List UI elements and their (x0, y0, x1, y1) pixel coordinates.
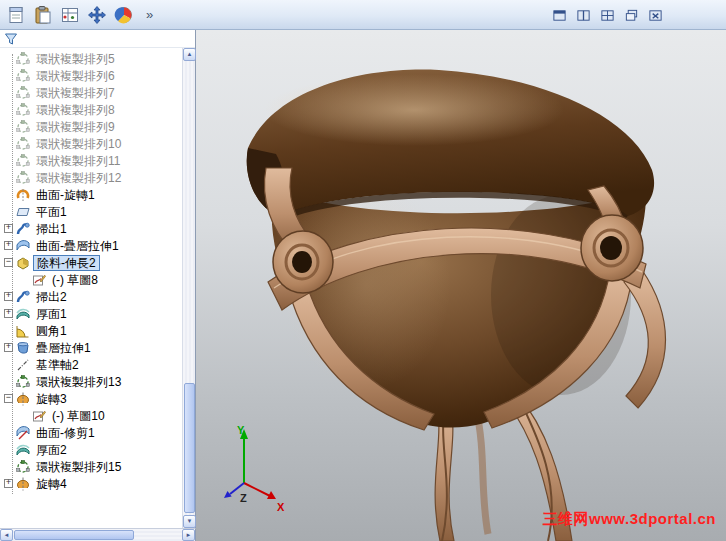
tree-item[interactable]: 環狀複製排列5 (0, 50, 182, 67)
tree-item[interactable]: 環狀複製排列10 (0, 135, 182, 152)
revolve-icon (16, 477, 30, 491)
toolbar-right-group (550, 0, 664, 30)
tree-item-label[interactable]: 曲面-修剪1 (33, 426, 98, 440)
tree-item-label[interactable]: (-) 草圖10 (49, 409, 108, 423)
tree-vertical-scrollbar[interactable]: ▲ ▼ (182, 48, 195, 528)
axis-z-label: Z (240, 492, 247, 504)
expander-icon[interactable]: − (4, 394, 13, 403)
tree-item-label[interactable]: 環狀複製排列7 (33, 86, 118, 100)
tree-item-label[interactable]: 疊層拉伸1 (33, 341, 94, 355)
tree-item-label[interactable]: 環狀複製排列13 (33, 375, 124, 389)
toolbar-left-group (0, 3, 136, 27)
tree-horizontal-scrollbar[interactable]: ◄ ► (0, 528, 196, 541)
tree-item[interactable]: + 旋轉4 (0, 475, 182, 492)
tree-item[interactable]: + 掃出2 (0, 288, 182, 305)
axis-x-label: X (277, 501, 285, 513)
tree-item-label[interactable]: 厚面2 (33, 443, 70, 457)
tree-item[interactable]: 厚面2 (0, 441, 182, 458)
expander-icon[interactable]: + (4, 292, 13, 301)
scroll-right-button[interactable]: ► (182, 529, 195, 541)
tree-item[interactable]: 圓角1 (0, 322, 182, 339)
thicken-icon (16, 443, 30, 457)
circular-pattern-icon (16, 154, 30, 168)
circular-pattern-icon (16, 69, 30, 83)
tree-item[interactable]: − 旋轉3 (0, 390, 182, 407)
circular-pattern-icon (16, 375, 30, 389)
scroll-left-button[interactable]: ◄ (0, 529, 13, 541)
toolbar-overflow-chevron[interactable]: » (142, 7, 157, 22)
vertical-scroll-thumb[interactable] (184, 383, 195, 513)
tree-item-label[interactable]: 旋轉3 (33, 392, 70, 406)
design-table-icon[interactable] (58, 3, 82, 27)
tree-item-label[interactable]: 環狀複製排列5 (33, 52, 118, 66)
split-view-icon[interactable] (574, 6, 592, 24)
tree-item-label[interactable]: 厚面1 (33, 307, 70, 321)
tree-item[interactable]: 環狀複製排列9 (0, 118, 182, 135)
tree-item-label[interactable]: 掃出2 (33, 290, 70, 304)
tree-item-label[interactable]: 曲面-疊層拉伸1 (33, 239, 122, 253)
filter-icon[interactable] (4, 32, 18, 46)
tree-item[interactable]: 基準軸2 (0, 356, 182, 373)
grid-view-icon[interactable] (598, 6, 616, 24)
tree-item[interactable]: 環狀複製排列15 (0, 458, 182, 475)
scroll-down-button[interactable]: ▼ (183, 515, 196, 528)
tree-item[interactable]: + 掃出1 (0, 220, 182, 237)
tree-item[interactable]: + 曲面-疊層拉伸1 (0, 237, 182, 254)
tree-item-label[interactable]: 環狀複製排列10 (33, 137, 124, 151)
graphics-viewport[interactable]: Y X Z 三维网www.3dportal.cn (196, 30, 726, 541)
circular-pattern-icon (16, 120, 30, 134)
tree-item[interactable]: + 疊層拉伸1 (0, 339, 182, 356)
tree-item[interactable]: (-) 草圖8 (0, 271, 182, 288)
tree-item[interactable]: 環狀複製排列11 (0, 152, 182, 169)
expander-icon[interactable]: − (4, 258, 13, 267)
tree-item-label[interactable]: 環狀複製排列9 (33, 120, 118, 134)
tree-item[interactable]: + 厚面1 (0, 305, 182, 322)
tree-item[interactable]: − 除料-伸長2 (0, 254, 182, 271)
color-wheel-icon[interactable] (112, 3, 136, 27)
expander-icon[interactable]: + (4, 241, 13, 250)
tree-item[interactable]: (-) 草圖10 (0, 407, 182, 424)
fillet-icon (16, 324, 30, 338)
expander-icon[interactable]: + (4, 343, 13, 352)
tree-item-label[interactable]: 環狀複製排列12 (33, 171, 124, 185)
tree-item[interactable]: 環狀複製排列7 (0, 84, 182, 101)
tree-item-label[interactable]: 環狀複製排列6 (33, 69, 118, 83)
expander-icon[interactable]: + (4, 309, 13, 318)
scroll-up-button[interactable]: ▲ (183, 48, 196, 61)
paste-icon[interactable] (31, 3, 55, 27)
horizontal-scroll-thumb[interactable] (14, 530, 134, 540)
surface-revolve-icon (16, 188, 30, 202)
tree-item[interactable]: 曲面-旋轉1 (0, 186, 182, 203)
tree-item-label[interactable]: 旋轉4 (33, 477, 70, 491)
tree-item[interactable]: 環狀複製排列8 (0, 101, 182, 118)
tree-item-label[interactable]: 平面1 (33, 205, 70, 219)
tree-item[interactable]: 環狀複製排列6 (0, 67, 182, 84)
tree-item-label[interactable]: (-) 草圖8 (49, 273, 101, 287)
tree-item-label[interactable]: 環狀複製排列11 (33, 154, 123, 168)
close-window-icon[interactable] (646, 6, 664, 24)
tree-item[interactable]: 曲面-修剪1 (0, 424, 182, 441)
expander-icon[interactable]: + (4, 479, 13, 488)
document-icon[interactable] (4, 3, 28, 27)
expander-icon[interactable]: + (4, 224, 13, 233)
cascade-window-icon[interactable] (622, 6, 640, 24)
circular-pattern-icon (16, 137, 30, 151)
tree-item-label[interactable]: 環狀複製排列8 (33, 103, 118, 117)
tree-item[interactable]: 環狀複製排列12 (0, 169, 182, 186)
tree-item-label[interactable]: 曲面-旋轉1 (33, 188, 98, 202)
move-icon[interactable] (85, 3, 109, 27)
tree-item-label[interactable]: 掃出1 (33, 222, 70, 236)
thicken-icon (16, 307, 30, 321)
tree-item-label[interactable]: 基準軸2 (33, 358, 82, 372)
tree-item-label[interactable]: 除料-伸長2 (33, 255, 100, 271)
tree-item[interactable]: 平面1 (0, 203, 182, 220)
feature-manager-panel: 環狀複製排列5 環狀複製排列6 環狀複製排列7 環狀複製排列8 環狀複製排列9 … (0, 30, 196, 528)
sketch-icon (32, 273, 46, 287)
tree-item-label[interactable]: 圓角1 (33, 324, 70, 338)
revolve-icon (16, 392, 30, 406)
loft-icon (16, 341, 30, 355)
tree-item[interactable]: 環狀複製排列13 (0, 373, 182, 390)
tree-item-label[interactable]: 環狀複製排列15 (33, 460, 124, 474)
window-pane-icon[interactable] (550, 6, 568, 24)
circular-pattern-icon (16, 460, 30, 474)
